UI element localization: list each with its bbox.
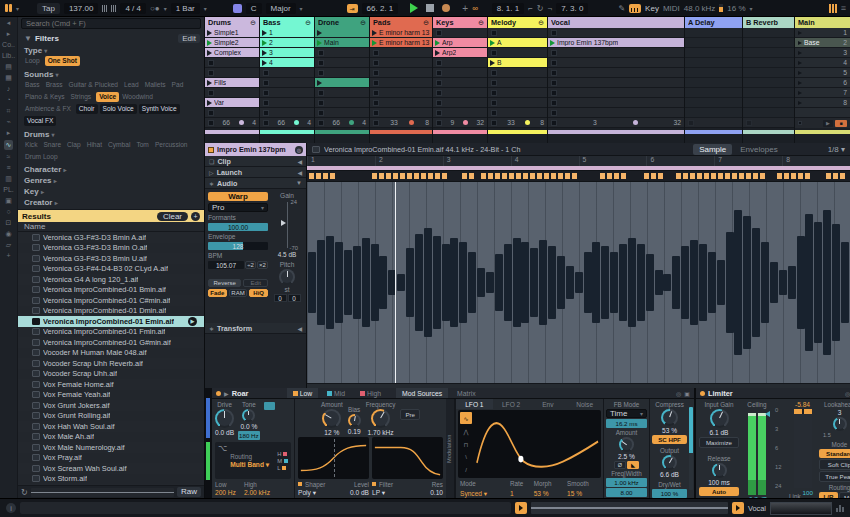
nudge-down-icon[interactable] — [102, 5, 107, 12]
sample-list-item[interactable]: Veronica G3-F#4-D4-B3 02 CLyd A.aif ▶ — [18, 264, 204, 275]
draw-mode-icon[interactable]: ✎ — [618, 4, 625, 13]
add-folder-icon[interactable]: + — [6, 252, 10, 260]
frequency-knob[interactable] — [371, 409, 390, 428]
track-header[interactable]: Pads⊖ — [370, 17, 432, 28]
pitch-cents-field[interactable]: 0 — [288, 294, 301, 302]
tab-lfo2[interactable]: LFO 2 — [493, 399, 530, 409]
tempo-display[interactable]: 137.00 — [64, 3, 98, 14]
device-title[interactable]: Limiter — [708, 389, 733, 398]
hot-swap-icon[interactable]: ◎ — [845, 390, 850, 397]
clip-slot[interactable] — [205, 88, 259, 98]
filter-group-type[interactable]: Type ▾ — [24, 46, 200, 56]
input-gain-knob[interactable] — [710, 409, 729, 428]
warp-marker-lane[interactable] — [307, 171, 850, 182]
sample-list-item[interactable]: Veronica G4 A long 120_1.aif ▶ — [18, 274, 204, 285]
sample-list-item[interactable]: Vocoder M Human Male 048.aif ▶ — [18, 348, 204, 359]
preview-loop-icon[interactable]: ↻ — [21, 488, 28, 497]
user-icon[interactable]: ◉ — [5, 230, 11, 238]
clip-slot[interactable]: Arp2 — [433, 48, 487, 58]
track-status-row[interactable]: 338 — [488, 118, 547, 128]
device-title[interactable]: Roar — [232, 389, 284, 398]
xover-high-value[interactable]: 2.00 kHz — [244, 489, 270, 496]
clip-slot[interactable] — [548, 88, 684, 98]
tuning-icon[interactable]: ≡ — [6, 164, 10, 172]
clip-slot[interactable] — [433, 88, 487, 98]
amount-knob[interactable] — [322, 409, 341, 428]
filter-chip[interactable]: Percussion — [154, 140, 191, 150]
add-filter-icon[interactable]: + — [191, 212, 200, 221]
sample-list-item[interactable]: Veronica ImproCombined-01 G#min.aif ▶ — [18, 337, 204, 348]
lfo-display[interactable]: ∿ ⋀ ⊓ \ / — [458, 410, 601, 478]
filter-chip[interactable]: Vocal FX — [24, 116, 56, 126]
waveform-display[interactable] — [307, 182, 850, 383]
capture-midi-icon[interactable]: ∞ — [472, 4, 478, 13]
clip-slot[interactable] — [315, 58, 369, 68]
scale-name[interactable]: Major — [266, 3, 296, 14]
sample-list-item[interactable]: Vocoder Scrap Uhh.aif ▶ — [18, 369, 204, 380]
fold-icon[interactable]: ⊖ — [538, 19, 544, 27]
sample-list-item[interactable]: Veronica G3-F#3-D3 Bmin O.aif ▶ — [18, 243, 204, 254]
transform-section-header[interactable]: ∗Transform◀ — [205, 323, 306, 334]
track-header[interactable]: A Delay — [685, 17, 742, 28]
shaper-on-toggle[interactable] — [298, 482, 302, 486]
clip-slot[interactable] — [548, 58, 684, 68]
chevron-down-icon[interactable]: ▾ — [300, 5, 303, 12]
fb-width-field[interactable]: 8.00 — [606, 488, 647, 497]
track-header[interactable]: Drone⊖ — [315, 17, 369, 28]
menu-icon[interactable]: ≡ — [841, 3, 845, 13]
clip-slot[interactable]: Arp — [433, 38, 487, 48]
filter-group-collapsed[interactable]: Creator ▸ — [24, 197, 200, 208]
lfo-shape-triangle[interactable]: ⋀ — [460, 425, 472, 437]
samples-icon[interactable]: ∿ — [4, 140, 14, 150]
stop-all-icon[interactable] — [798, 121, 802, 125]
routing-select[interactable]: Multi Band ▾ — [230, 461, 274, 469]
scene-slot[interactable]: 1 — [795, 28, 850, 38]
new-midi-icon[interactable]: + — [462, 3, 468, 14]
fold-icon[interactable]: ⊖ — [250, 19, 256, 27]
fold-icon[interactable]: ⊖ — [423, 19, 429, 27]
lfo-mode-select[interactable]: Synced ▾ — [460, 490, 510, 497]
link-toggle-icon[interactable] — [5, 4, 12, 12]
clip-slot[interactable] — [488, 108, 547, 118]
filter-chip[interactable]: Ambience & FX — [24, 104, 74, 114]
filter-chip[interactable]: Choir — [76, 104, 98, 114]
band-mid-indicator[interactable]: M — [277, 458, 288, 464]
track-header[interactable]: Keys⊖ — [433, 17, 487, 28]
track-status-row[interactable]: 932 — [433, 118, 487, 128]
clip-slot[interactable] — [548, 28, 684, 38]
filter-chip[interactable]: Lead — [123, 80, 142, 90]
scene-slot[interactable]: 8 — [795, 98, 850, 108]
clip-slot[interactable] — [205, 58, 259, 68]
root-note[interactable]: C — [246, 3, 262, 14]
chevron-down-icon[interactable]: ▾ — [164, 5, 167, 12]
drywet-field[interactable]: 100 % — [652, 489, 687, 498]
clip-slot[interactable] — [315, 88, 369, 98]
punch-out-icon[interactable]: ¬ — [547, 4, 552, 13]
loop-length[interactable]: 7. 3. 0 — [556, 3, 588, 14]
grid-value-select[interactable]: 1/8 ▾ — [828, 145, 845, 154]
clip-slot[interactable] — [315, 98, 369, 108]
places-label[interactable]: PL. — [3, 186, 14, 194]
drive-knob[interactable] — [215, 409, 234, 428]
track-header[interactable]: Drums⊖ — [205, 17, 259, 28]
clip-slot[interactable]: Fills — [205, 78, 259, 88]
filter-group-collapsed[interactable]: Key ▸ — [24, 186, 200, 197]
clip-slot[interactable]: 1 — [260, 28, 314, 38]
clip-slot[interactable] — [205, 68, 259, 78]
release-knob[interactable] — [712, 463, 727, 478]
clip-slot[interactable] — [315, 28, 369, 38]
back-to-arrangement-button[interactable]: ■ — [835, 120, 847, 127]
filter-chip[interactable]: Clap — [66, 140, 84, 150]
pre-post-toggle[interactable]: Pre — [400, 409, 420, 420]
filter-chip[interactable]: Piano & Keys — [24, 92, 68, 102]
time-signature[interactable]: 4 / 4 — [120, 3, 146, 14]
tab-noise[interactable]: Noise — [566, 399, 603, 409]
gain-slider[interactable]: 24 -70 — [280, 200, 294, 250]
compress-knob[interactable] — [661, 409, 678, 426]
lfo-shape-sine[interactable]: ∿ — [460, 412, 472, 424]
fb-time-field[interactable]: 16.2 ms — [606, 419, 647, 428]
instruments-icon[interactable]: ♪ — [7, 85, 11, 93]
clip-slot[interactable]: Simple1 — [205, 28, 259, 38]
clip-slot[interactable] — [205, 108, 259, 118]
maximize-button[interactable]: Maximize — [699, 437, 739, 448]
